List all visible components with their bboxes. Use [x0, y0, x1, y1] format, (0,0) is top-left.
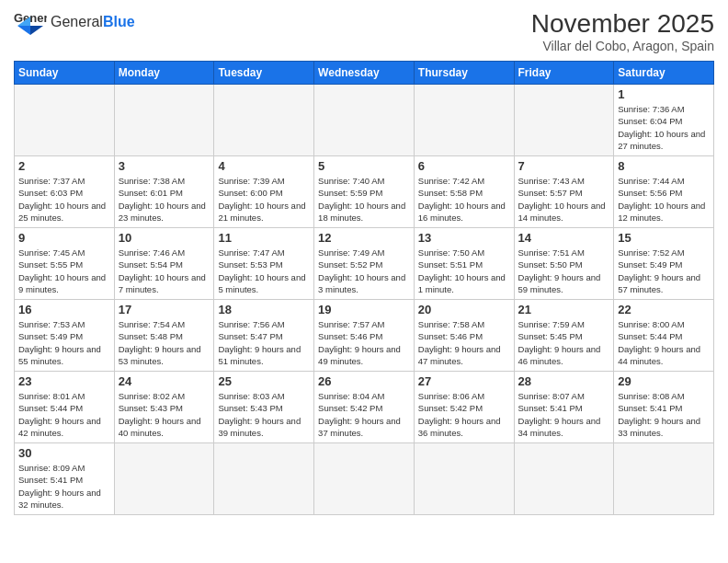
- calendar-cell: 26Sunrise: 8:04 AM Sunset: 5:42 PM Dayli…: [314, 372, 415, 443]
- day-info: Sunrise: 8:00 AM Sunset: 5:44 PM Dayligh…: [618, 318, 710, 367]
- day-info: Sunrise: 8:03 AM Sunset: 5:43 PM Dayligh…: [218, 390, 310, 439]
- day-number: 19: [318, 303, 410, 316]
- day-number: 16: [18, 303, 110, 316]
- day-number: 14: [518, 231, 610, 245]
- calendar-cell: 18Sunrise: 7:56 AM Sunset: 5:47 PM Dayli…: [214, 300, 314, 372]
- calendar-cell: 3Sunrise: 7:38 AM Sunset: 6:01 PM Daylig…: [114, 156, 214, 228]
- calendar-cell: [214, 85, 314, 156]
- weekday-header-saturday: Saturday: [614, 62, 714, 85]
- day-info: Sunrise: 7:49 AM Sunset: 5:52 PM Dayligh…: [318, 247, 410, 295]
- calendar-cell: 15Sunrise: 7:52 AM Sunset: 5:49 PM Dayli…: [614, 228, 714, 300]
- calendar-cell: 16Sunrise: 7:53 AM Sunset: 5:49 PM Dayli…: [15, 300, 115, 372]
- day-number: 28: [518, 374, 610, 388]
- calendar-cell: 25Sunrise: 8:03 AM Sunset: 5:43 PM Dayli…: [214, 372, 314, 443]
- calendar-cell: 22Sunrise: 8:00 AM Sunset: 5:44 PM Dayli…: [614, 300, 714, 372]
- day-info: Sunrise: 8:04 AM Sunset: 5:42 PM Dayligh…: [318, 390, 410, 439]
- day-info: Sunrise: 7:59 AM Sunset: 5:45 PM Dayligh…: [518, 318, 610, 367]
- calendar-cell: [114, 85, 214, 156]
- calendar-cell: 20Sunrise: 7:58 AM Sunset: 5:46 PM Dayli…: [414, 300, 514, 372]
- calendar-cell: [314, 85, 415, 156]
- day-info: Sunrise: 8:09 AM Sunset: 5:41 PM Dayligh…: [18, 462, 110, 511]
- day-number: 29: [618, 374, 710, 388]
- day-info: Sunrise: 7:45 AM Sunset: 5:55 PM Dayligh…: [18, 247, 110, 295]
- calendar-cell: [114, 443, 214, 515]
- day-number: 26: [318, 374, 410, 388]
- calendar: SundayMondayTuesdayWednesdayThursdayFrid…: [14, 61, 714, 515]
- month-title: November 2025: [531, 9, 714, 39]
- day-number: 22: [618, 303, 710, 316]
- day-info: Sunrise: 7:37 AM Sunset: 6:03 PM Dayligh…: [18, 175, 110, 224]
- day-info: Sunrise: 7:46 AM Sunset: 5:54 PM Dayligh…: [119, 247, 210, 295]
- day-info: Sunrise: 7:54 AM Sunset: 5:48 PM Dayligh…: [119, 318, 210, 367]
- day-info: Sunrise: 8:08 AM Sunset: 5:41 PM Dayligh…: [618, 390, 710, 439]
- day-info: Sunrise: 7:43 AM Sunset: 5:57 PM Dayligh…: [518, 175, 610, 224]
- calendar-cell: 5Sunrise: 7:40 AM Sunset: 5:59 PM Daylig…: [314, 156, 415, 228]
- svg-marker-2: [30, 26, 43, 35]
- title-section: November 2025 Villar del Cobo, Aragon, S…: [531, 9, 714, 53]
- day-info: Sunrise: 7:38 AM Sunset: 6:01 PM Dayligh…: [119, 175, 210, 224]
- generalblue-logo-icon: General: [14, 9, 47, 35]
- day-info: Sunrise: 8:06 AM Sunset: 5:42 PM Dayligh…: [418, 390, 510, 439]
- day-number: 23: [18, 374, 110, 388]
- day-info: Sunrise: 7:42 AM Sunset: 5:58 PM Dayligh…: [418, 175, 510, 224]
- calendar-cell: 10Sunrise: 7:46 AM Sunset: 5:54 PM Dayli…: [114, 228, 214, 300]
- calendar-cell: 23Sunrise: 8:01 AM Sunset: 5:44 PM Dayli…: [15, 372, 115, 443]
- weekday-header-sunday: Sunday: [15, 62, 115, 85]
- weekday-header-wednesday: Wednesday: [314, 62, 415, 85]
- calendar-cell: [614, 443, 714, 515]
- calendar-cell: 11Sunrise: 7:47 AM Sunset: 5:53 PM Dayli…: [214, 228, 314, 300]
- weekday-header-tuesday: Tuesday: [214, 62, 314, 85]
- calendar-cell: [514, 443, 614, 515]
- day-number: 21: [518, 303, 610, 316]
- calendar-body: 1Sunrise: 7:36 AM Sunset: 6:04 PM Daylig…: [15, 85, 714, 515]
- calendar-cell: 8Sunrise: 7:44 AM Sunset: 5:56 PM Daylig…: [614, 156, 714, 228]
- calendar-cell: 14Sunrise: 7:51 AM Sunset: 5:50 PM Dayli…: [514, 228, 614, 300]
- day-info: Sunrise: 7:39 AM Sunset: 6:00 PM Dayligh…: [218, 175, 310, 224]
- week-row-0: 1Sunrise: 7:36 AM Sunset: 6:04 PM Daylig…: [15, 85, 714, 156]
- week-row-2: 9Sunrise: 7:45 AM Sunset: 5:55 PM Daylig…: [15, 228, 714, 300]
- day-number: 25: [218, 374, 310, 388]
- calendar-cell: 2Sunrise: 7:37 AM Sunset: 6:03 PM Daylig…: [15, 156, 115, 228]
- day-number: 24: [119, 374, 210, 388]
- calendar-cell: [15, 85, 115, 156]
- calendar-cell: 4Sunrise: 7:39 AM Sunset: 6:00 PM Daylig…: [214, 156, 314, 228]
- day-info: Sunrise: 7:50 AM Sunset: 5:51 PM Dayligh…: [418, 247, 510, 295]
- day-number: 6: [418, 159, 510, 173]
- weekday-row: SundayMondayTuesdayWednesdayThursdayFrid…: [15, 62, 714, 85]
- day-number: 30: [18, 446, 110, 460]
- day-number: 17: [119, 303, 210, 316]
- page: General GeneralBlue November 2025 Villar…: [0, 0, 728, 524]
- day-number: 7: [518, 159, 610, 173]
- calendar-cell: 28Sunrise: 8:07 AM Sunset: 5:41 PM Dayli…: [514, 372, 614, 443]
- day-info: Sunrise: 7:40 AM Sunset: 5:59 PM Dayligh…: [318, 175, 410, 224]
- day-number: 11: [218, 231, 310, 245]
- day-number: 8: [618, 159, 710, 173]
- calendar-cell: 24Sunrise: 8:02 AM Sunset: 5:43 PM Dayli…: [114, 372, 214, 443]
- day-info: Sunrise: 7:47 AM Sunset: 5:53 PM Dayligh…: [218, 247, 310, 295]
- day-number: 13: [418, 231, 510, 245]
- calendar-cell: 17Sunrise: 7:54 AM Sunset: 5:48 PM Dayli…: [114, 300, 214, 372]
- calendar-cell: 1Sunrise: 7:36 AM Sunset: 6:04 PM Daylig…: [614, 85, 714, 156]
- day-number: 10: [119, 231, 210, 245]
- calendar-cell: [414, 443, 514, 515]
- week-row-4: 23Sunrise: 8:01 AM Sunset: 5:44 PM Dayli…: [15, 372, 714, 443]
- calendar-cell: 29Sunrise: 8:08 AM Sunset: 5:41 PM Dayli…: [614, 372, 714, 443]
- day-info: Sunrise: 7:56 AM Sunset: 5:47 PM Dayligh…: [218, 318, 310, 367]
- day-number: 15: [618, 231, 710, 245]
- day-number: 20: [418, 303, 510, 316]
- calendar-cell: 12Sunrise: 7:49 AM Sunset: 5:52 PM Dayli…: [314, 228, 415, 300]
- day-number: 18: [218, 303, 310, 316]
- calendar-cell: 30Sunrise: 8:09 AM Sunset: 5:41 PM Dayli…: [15, 443, 115, 515]
- day-info: Sunrise: 7:44 AM Sunset: 5:56 PM Dayligh…: [618, 175, 710, 224]
- logo: General GeneralBlue: [14, 9, 135, 35]
- location: Villar del Cobo, Aragon, Spain: [531, 39, 714, 53]
- day-number: 9: [18, 231, 110, 245]
- calendar-cell: [214, 443, 314, 515]
- day-info: Sunrise: 7:52 AM Sunset: 5:49 PM Dayligh…: [618, 247, 710, 295]
- calendar-cell: 6Sunrise: 7:42 AM Sunset: 5:58 PM Daylig…: [414, 156, 514, 228]
- day-number: 5: [318, 159, 410, 173]
- calendar-cell: [514, 85, 614, 156]
- logo-text: GeneralBlue: [51, 14, 135, 30]
- calendar-cell: 9Sunrise: 7:45 AM Sunset: 5:55 PM Daylig…: [15, 228, 115, 300]
- day-info: Sunrise: 7:58 AM Sunset: 5:46 PM Dayligh…: [418, 318, 510, 367]
